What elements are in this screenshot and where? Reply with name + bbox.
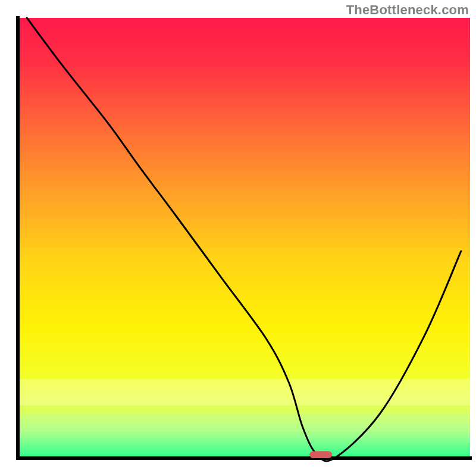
optimum-marker <box>309 451 332 458</box>
band <box>18 379 470 405</box>
band <box>18 414 470 432</box>
chart-container: TheBottleneck.com <box>0 0 476 476</box>
bottleneck-chart <box>0 0 476 476</box>
watermark-text: TheBottleneck.com <box>346 2 469 18</box>
